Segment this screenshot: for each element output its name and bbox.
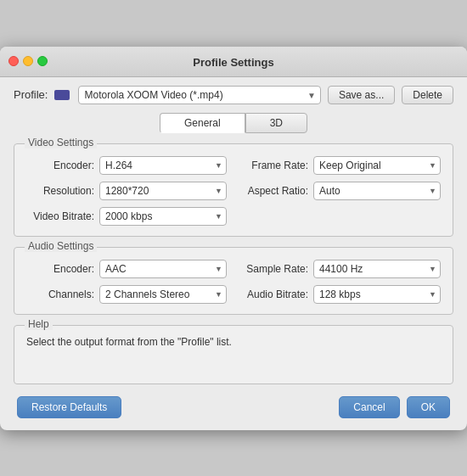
video-format-icon <box>54 90 70 100</box>
sample-rate-select-wrapper: 44100 Hz ▼ <box>313 260 441 278</box>
channels-select[interactable]: 2 Channels Stereo <box>99 285 227 304</box>
profile-label: Profile: <box>14 88 48 101</box>
tab-general[interactable]: General <box>160 113 245 133</box>
help-section-title: Help <box>25 318 53 330</box>
audio-bitrate-select-wrapper: 128 kbps ▼ <box>313 285 441 304</box>
audio-bitrate-label: Audio Bitrate: <box>240 288 308 300</box>
help-section: Help Select the output format from the "… <box>14 325 453 384</box>
resolution-select-wrapper: 1280*720 ▼ <box>99 182 227 200</box>
profile-settings-window: Profile Settings Profile: Motorola XOOM … <box>0 47 467 430</box>
frame-rate-row: Frame Rate: Keep Original ▼ <box>240 156 441 175</box>
frame-rate-label: Frame Rate: <box>240 160 308 171</box>
sample-rate-row: Sample Rate: 44100 Hz ▼ <box>240 260 441 278</box>
audio-encoder-row: Encoder: AAC ▼ <box>26 260 227 278</box>
audio-encoder-select[interactable]: AAC <box>99 260 227 278</box>
resolution-label: Resolution: <box>26 185 94 197</box>
aspect-ratio-row: Aspect Ratio: Auto ▼ <box>240 182 441 200</box>
profile-row: Profile: Motorola XOOM Video (*.mp4) ▼ S… <box>14 86 453 104</box>
profile-select[interactable]: Motorola XOOM Video (*.mp4) <box>78 86 320 104</box>
footer-right-buttons: Cancel OK <box>339 396 450 418</box>
video-settings-grid: Encoder: H.264 ▼ Frame Rate: Keep Origin… <box>26 156 441 226</box>
traffic-lights <box>8 56 48 66</box>
aspect-ratio-select-wrapper: Auto ▼ <box>313 182 441 200</box>
frame-rate-select[interactable]: Keep Original <box>313 156 441 175</box>
frame-rate-select-wrapper: Keep Original ▼ <box>313 156 441 175</box>
audio-settings-title: Audio Settings <box>25 240 97 252</box>
aspect-ratio-label: Aspect Ratio: <box>240 185 308 197</box>
sample-rate-label: Sample Rate: <box>240 263 308 275</box>
close-button[interactable] <box>8 56 19 66</box>
video-settings-title: Video Settings <box>25 137 97 148</box>
video-bitrate-label: Video Bitrate: <box>26 210 94 222</box>
encoder-row: Encoder: H.264 ▼ <box>26 156 227 175</box>
video-settings-section: Video Settings Encoder: H.264 ▼ Frame Ra… <box>14 143 453 237</box>
footer: Restore Defaults Cancel OK <box>14 396 453 418</box>
window-content: Profile: Motorola XOOM Video (*.mp4) ▼ S… <box>0 77 467 430</box>
encoder-select-wrapper: H.264 ▼ <box>99 156 227 175</box>
encoder-select[interactable]: H.264 <box>99 156 227 175</box>
video-bitrate-select[interactable]: 2000 kbps <box>99 207 227 226</box>
video-bitrate-select-wrapper: 2000 kbps ▼ <box>99 207 227 226</box>
channels-row: Channels: 2 Channels Stereo ▼ <box>26 285 227 304</box>
aspect-ratio-select[interactable]: Auto <box>313 182 441 200</box>
profile-select-wrapper: Motorola XOOM Video (*.mp4) ▼ <box>78 86 320 104</box>
cancel-button[interactable]: Cancel <box>339 396 399 418</box>
audio-bitrate-select[interactable]: 128 kbps <box>313 285 441 304</box>
audio-encoder-select-wrapper: AAC ▼ <box>99 260 227 278</box>
title-bar: Profile Settings <box>0 47 467 77</box>
channels-select-wrapper: 2 Channels Stereo ▼ <box>99 285 227 304</box>
tab-bar: General 3D <box>14 113 453 133</box>
audio-settings-section: Audio Settings Encoder: AAC ▼ Sample Rat… <box>14 247 453 315</box>
resolution-row: Resolution: 1280*720 ▼ <box>26 182 227 200</box>
restore-defaults-button[interactable]: Restore Defaults <box>17 396 121 418</box>
audio-bitrate-row: Audio Bitrate: 128 kbps ▼ <box>240 285 441 304</box>
tab-3d[interactable]: 3D <box>245 113 307 133</box>
ok-button[interactable]: OK <box>407 396 450 418</box>
window-title: Profile Settings <box>193 56 273 69</box>
audio-settings-grid: Encoder: AAC ▼ Sample Rate: 44100 Hz <box>26 260 441 304</box>
encoder-label: Encoder: <box>26 160 94 171</box>
audio-encoder-label: Encoder: <box>26 263 94 275</box>
video-bitrate-row: Video Bitrate: 2000 kbps ▼ <box>26 207 227 226</box>
resolution-select[interactable]: 1280*720 <box>99 182 227 200</box>
delete-button[interactable]: Delete <box>402 86 453 104</box>
help-text: Select the output format from the "Profi… <box>26 336 441 348</box>
sample-rate-select[interactable]: 44100 Hz <box>313 260 441 278</box>
save-as-button[interactable]: Save as... <box>328 86 395 104</box>
minimize-button[interactable] <box>23 56 33 66</box>
maximize-button[interactable] <box>37 56 48 66</box>
channels-label: Channels: <box>26 288 94 300</box>
